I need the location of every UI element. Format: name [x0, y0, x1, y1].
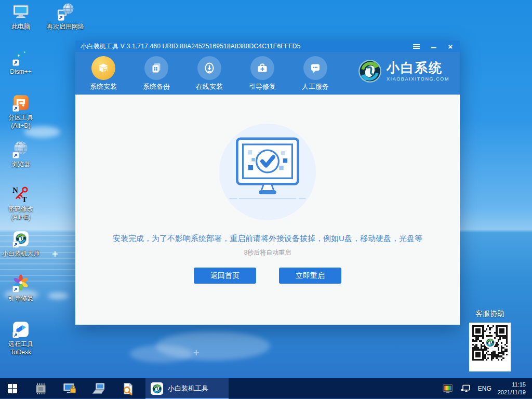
display-color-tray-icon[interactable]	[442, 382, 454, 395]
pinwheel-icon	[11, 274, 30, 293]
system-tray: ENG 11:15 2021/11/19	[442, 378, 532, 399]
desktop-icon-label2: (Alt+D)	[11, 122, 31, 129]
window-close-button[interactable]: ×	[446, 43, 455, 50]
install-complete-illustration	[219, 124, 316, 220]
start-button[interactable]	[0, 378, 25, 399]
window-title: 小白装机工具 V 3.1.717.460 URID:88A24525169518…	[81, 42, 301, 51]
xiaobai-logo-icon	[11, 230, 30, 248]
taskbar-task-xiaobai[interactable]: 小白装机工具	[145, 378, 229, 399]
desktop-icon-label: 远程工具	[8, 340, 33, 348]
monitor-check-icon	[219, 134, 316, 210]
desktop-icon-enable-network[interactable]: 再次启用网络	[39, 3, 91, 31]
restart-now-button[interactable]: 立即重启	[279, 268, 341, 284]
support-qr-label: 客服协助	[469, 309, 511, 318]
window-menu-button[interactable]	[412, 43, 420, 50]
cpu-chip-icon	[34, 382, 48, 396]
taskbar-item-chip-tool[interactable]	[30, 378, 51, 399]
desktop-icon-password-reset[interactable]: N T 密码修改 (Alt+E)	[1, 185, 41, 221]
sparkle: +	[193, 347, 200, 359]
nt-password-key-icon: N T	[11, 185, 30, 204]
desktop-icon-label: 浏览器	[11, 161, 30, 169]
desktop-icon-dism[interactable]: Dism++	[1, 48, 41, 76]
task-label: 小白装机工具	[168, 384, 208, 393]
window-nav: 系统安装 系统备份 在线安装	[75, 52, 460, 95]
tab-boot-repair[interactable]: 引导修复	[244, 56, 281, 91]
desktop-icon-browser[interactable]: 浏览器	[1, 140, 41, 169]
window-content: 安装完成，为了不影响系统部署，重启前请将外接设备拔掉，例如U盘，移动硬盘，光盘等…	[75, 95, 460, 325]
window-minimize-button[interactable]	[429, 43, 437, 50]
desktop-icon-partition-tool[interactable]: 分区工具 (Alt+D)	[1, 94, 41, 130]
network-globe-icon	[56, 3, 75, 21]
brand-url: XIAOBAIXITONG.COM	[387, 76, 449, 82]
keyboard-monitor-icon	[91, 381, 106, 396]
desktop-icon-this-pc[interactable]: 此电脑	[1, 3, 41, 31]
language-indicator[interactable]: ENG	[478, 385, 491, 392]
desktop-icon-xiaobai-master[interactable]: 小白装机大师	[1, 230, 41, 258]
brand-name: 小白系统	[387, 61, 449, 75]
tab-system-install[interactable]: 系统安装	[85, 56, 122, 91]
tray-time: 11:15	[498, 381, 526, 389]
tab-online-install[interactable]: 在线安装	[191, 56, 228, 91]
desktop-icon-boot-repair[interactable]: 引导修复	[1, 274, 41, 303]
cloud	[48, 292, 69, 299]
desktop-icon-label2: (Alt+E)	[11, 214, 30, 221]
tab-system-backup[interactable]: 系统备份	[138, 56, 175, 91]
taskbar-item-lock-screen-tool[interactable]	[59, 378, 80, 399]
network-tray-icon[interactable]	[460, 383, 472, 394]
support-qr-box	[469, 323, 511, 371]
partition-tool-icon	[11, 94, 30, 112]
gears-icon	[11, 48, 30, 66]
browser-globe-icon	[11, 140, 30, 159]
desktop-icon-todesk[interactable]: 远程工具 ToDesk	[1, 320, 41, 356]
completion-message: 安装完成，为了不影响系统部署，重启前请将外接设备拔掉，例如U盘，移动硬盘，光盘等	[113, 234, 422, 244]
menu-icon	[413, 44, 420, 49]
sparkle: +	[52, 248, 58, 260]
xiaobai-brand-icon	[358, 59, 382, 83]
tab-label: 系统备份	[143, 82, 170, 91]
svg-text:N: N	[12, 186, 18, 194]
desktop-icon-label: 密码修改	[8, 205, 33, 212]
qr-center-logo	[484, 337, 496, 348]
tray-date: 2021/11/19	[498, 389, 526, 396]
close-icon: ×	[448, 43, 453, 50]
search-document-icon	[121, 381, 135, 396]
desktop-icon-label: 小白装机大师	[2, 250, 39, 258]
download-icon	[197, 56, 221, 80]
monitor-lock-icon	[62, 381, 77, 396]
support-qr-panel: 客服协助	[469, 309, 511, 371]
xiaobai-installer-window: 小白装机工具 V 3.1.717.460 URID:88A24525169518…	[75, 41, 460, 325]
this-pc-icon	[11, 3, 30, 21]
tab-customer-service[interactable]: 人工服务	[297, 56, 334, 91]
cloud	[130, 345, 192, 363]
install-box-icon	[91, 56, 115, 80]
window-titlebar[interactable]: 小白装机工具 V 3.1.717.460 URID:88A24525169518…	[75, 41, 460, 52]
taskbar-clock[interactable]: 11:15 2021/11/19	[498, 381, 526, 396]
chat-bubble-icon	[303, 56, 327, 80]
desktop-icon-label: Dism++	[10, 68, 31, 76]
minimize-icon	[431, 47, 436, 48]
tab-label: 在线安装	[196, 82, 223, 91]
tab-label: 引导修复	[249, 82, 276, 91]
windows-logo-icon	[8, 384, 17, 393]
taskbar: 小白装机工具 ENG 11:15 2021/11/19	[0, 378, 532, 399]
taskbar-item-search-tool[interactable]	[117, 378, 138, 399]
xiaobai-task-icon	[151, 382, 163, 395]
brand-logo: 小白系统 XIAOBAIXITONG.COM	[358, 56, 449, 83]
desktop-icon-label: 引导修复	[8, 295, 33, 303]
tab-label: 系统安装	[90, 82, 117, 91]
return-home-button[interactable]: 返回首页	[194, 268, 256, 284]
desktop-icon-label: 分区工具	[8, 114, 33, 121]
auto-restart-countdown: 8秒后将自动重启	[244, 248, 291, 257]
desktop-icon-label: 此电脑	[11, 23, 30, 31]
taskbar-item-osk-tool[interactable]	[88, 378, 109, 399]
svg-text:T: T	[22, 195, 27, 204]
todesk-icon	[11, 320, 30, 339]
desktop-icon-label: 再次启用网络	[47, 23, 84, 31]
tab-label: 人工服务	[302, 82, 329, 91]
desktop-icon-label2: ToDesk	[10, 349, 31, 356]
backup-icon	[144, 56, 168, 80]
repair-kit-icon	[250, 56, 274, 80]
